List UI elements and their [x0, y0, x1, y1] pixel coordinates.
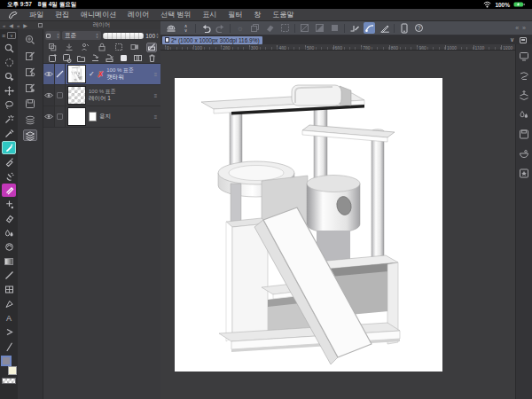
blend-tool-icon[interactable]	[2, 226, 16, 239]
lock-transparent-icon[interactable]	[113, 43, 124, 52]
layer-row-layer1[interactable]: 100 % 표준 레이어 1 ≡	[43, 85, 160, 106]
toolbar-menu[interactable]: ≡∨	[2, 30, 16, 41]
layer-palette-icon[interactable]	[23, 129, 37, 141]
lock-layer-icon[interactable]	[97, 43, 107, 52]
box-filled-icon[interactable]	[329, 22, 340, 34]
search-palette-icon[interactable]	[23, 34, 37, 45]
correction-tool-icon[interactable]	[2, 340, 16, 353]
new-folder-icon[interactable]	[75, 52, 86, 63]
ruler-display-icon[interactable]	[146, 43, 157, 52]
layer-mask-icon[interactable]	[118, 52, 129, 63]
layer-thumbnail[interactable]	[67, 107, 86, 126]
layer-row-menu-icon[interactable]: ≡	[151, 64, 160, 84]
menu-animation[interactable]: 애니메이션	[81, 10, 116, 20]
move-tool-icon[interactable]	[2, 84, 16, 98]
edit-target-mark[interactable]	[55, 64, 66, 84]
device-icon[interactable]	[398, 22, 410, 34]
layer-visibility-toggle[interactable]	[43, 85, 55, 106]
corner-pen-icon[interactable]	[348, 22, 360, 34]
brush-size-palette-icon[interactable]	[23, 82, 37, 93]
eyedropper-tool-icon[interactable]	[2, 127, 16, 140]
lasso-tool-icon[interactable]	[2, 98, 16, 112]
menu-window[interactable]: 창	[254, 10, 261, 20]
material-palette-icon[interactable]	[23, 98, 37, 109]
favorites-star-icon[interactable]	[519, 168, 530, 178]
sub-color-swatch[interactable]	[8, 366, 17, 375]
marquee-icon[interactable]	[279, 22, 291, 34]
edit-target-checkbox[interactable]	[55, 106, 66, 127]
object-tool-icon[interactable]	[2, 70, 16, 83]
decoration-tool-icon[interactable]	[2, 184, 16, 197]
document-tab[interactable]: 2* (1000 x 1000px 300dpi 116.9%)	[162, 36, 262, 44]
window-panel-icon[interactable]	[520, 37, 527, 43]
menu-file[interactable]: 파일	[29, 10, 43, 20]
dock-collapse-icon[interactable]: «	[3, 23, 5, 28]
layer-row-cat-tower[interactable]: ✓ ✗ 100 % 표준 캣타워 ≡	[43, 64, 160, 85]
document-canvas[interactable]	[175, 78, 442, 372]
smudge-tool-icon[interactable]	[2, 240, 16, 254]
layer-visibility-toggle[interactable]	[43, 64, 55, 84]
new-layer-settings-icon[interactable]	[61, 52, 72, 63]
new-raster-layer-icon[interactable]	[47, 52, 58, 63]
edit-target-checkbox[interactable]	[55, 85, 66, 106]
overflow-left-icon[interactable]: «	[515, 25, 519, 31]
menu-filter[interactable]: 필터	[228, 10, 242, 20]
gradient-tool-icon[interactable]	[2, 254, 16, 268]
layer-row-paper[interactable]: 용지 ≡	[43, 106, 160, 128]
combine-mode-button[interactable]: ∧∨	[45, 31, 60, 40]
menu-edit[interactable]: 편집	[55, 10, 69, 20]
stepper-icon[interactable]: ∧∨	[180, 22, 192, 34]
pen-tool-icon[interactable]	[2, 141, 16, 154]
material-disk-icon[interactable]	[519, 129, 530, 139]
eraser-wedge-icon[interactable]	[264, 22, 276, 34]
ink-bowl-icon[interactable]	[519, 148, 530, 159]
menu-view[interactable]: 표시	[202, 10, 216, 20]
eraser-tool-icon[interactable]	[2, 212, 16, 225]
merge-with-lower-icon[interactable]	[104, 52, 114, 63]
transparent-color-swatch[interactable]	[2, 378, 16, 384]
undo-icon[interactable]	[200, 22, 211, 34]
stack-icon[interactable]	[249, 22, 261, 34]
line-tool-icon[interactable]	[2, 269, 16, 282]
sun-icon[interactable]: ☼	[234, 22, 246, 34]
draft-layer-icon[interactable]	[80, 43, 90, 52]
overflow-right-icon[interactable]: »	[522, 25, 526, 31]
layers-arrow-icon[interactable]	[519, 90, 530, 100]
airbrush-tool-icon[interactable]	[2, 169, 16, 183]
marker-tool-icon[interactable]	[2, 155, 16, 168]
droplets-icon[interactable]	[519, 109, 530, 120]
layer-thumbnail[interactable]	[67, 86, 86, 105]
wand-tool-icon[interactable]	[2, 113, 16, 126]
main-color-swatch[interactable]	[1, 356, 12, 366]
balloon-tool-icon[interactable]	[2, 325, 16, 339]
tab-chevron-down-icon[interactable]: ∨	[510, 36, 514, 43]
window-monitor-icon[interactable]	[519, 51, 530, 61]
app-logo-icon[interactable]	[8, 11, 18, 20]
layer-property-palette-icon[interactable]	[23, 113, 37, 125]
dock-next-icon[interactable]: ▶	[23, 22, 27, 28]
layer-thumbnail[interactable]	[67, 65, 86, 83]
box-half-icon[interactable]	[314, 22, 325, 34]
enable-mask-icon[interactable]	[129, 43, 140, 52]
layer-row-menu-icon[interactable]: ≡	[151, 85, 160, 106]
redo-icon[interactable]	[215, 22, 226, 34]
dome-icon[interactable]	[165, 22, 176, 34]
dock-left-icon[interactable]: «	[17, 23, 20, 28]
layer-row-menu-icon[interactable]: ≡	[151, 106, 160, 127]
rotate-tool-icon[interactable]	[2, 56, 16, 69]
polyline-tool-icon[interactable]	[2, 297, 16, 310]
slant-pen-icon[interactable]	[379, 22, 390, 34]
ruler-tool-icon[interactable]	[2, 198, 16, 211]
frame-tool-icon[interactable]	[2, 283, 16, 296]
menu-selection[interactable]: 선택 범위	[160, 10, 191, 20]
hook-icon[interactable]	[519, 70, 530, 81]
text-tool-icon[interactable]: A	[2, 311, 16, 325]
zoom-tool-icon[interactable]	[2, 42, 16, 55]
dock-prev-icon[interactable]: ◀	[9, 22, 13, 28]
apply-mask-icon[interactable]	[132, 52, 143, 63]
box-diagonal-icon[interactable]	[299, 22, 310, 34]
brush-selected-icon[interactable]	[364, 22, 375, 34]
sub-tool-palette-icon[interactable]	[23, 50, 37, 61]
reference-layer-icon[interactable]	[64, 43, 74, 52]
transfer-to-lower-icon[interactable]	[90, 52, 100, 63]
